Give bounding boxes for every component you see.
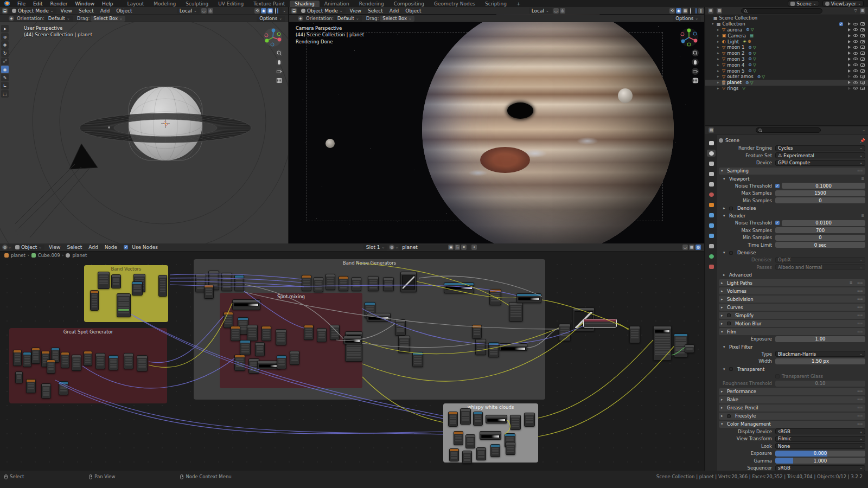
dropdown-denoiser[interactable]: OptiX⌄ xyxy=(775,257,865,263)
outliner-row-moon-4[interactable]: ▸▽moon 4⚙▽ xyxy=(705,62,868,68)
panel-motion-blur[interactable]: ▸Motion Blur══ xyxy=(719,320,865,327)
overlays-toggle-icon[interactable]: ◉ xyxy=(676,8,681,14)
ortho-grid-icon[interactable] xyxy=(276,77,283,84)
gizmos-toggle-icon[interactable]: ⟲ xyxy=(254,8,260,14)
shader-type-dropdown[interactable]: Object⌄ xyxy=(12,245,44,251)
xray-toggle-icon[interactable]: ▩ xyxy=(267,8,273,14)
shading-wireframe-button[interactable] xyxy=(690,8,692,14)
collection-exclude-checkbox[interactable]: ✓ xyxy=(839,22,843,26)
shader-node[interactable] xyxy=(653,326,672,361)
panel-simplify[interactable]: ▸Simplify══ xyxy=(719,312,865,319)
subpanel-transparent[interactable]: ▾Transparent xyxy=(723,366,865,373)
shader-node[interactable] xyxy=(395,319,406,336)
subpanel-viewport[interactable]: ▾Viewport≣ xyxy=(723,176,865,182)
meshdata-icon[interactable]: ▽ xyxy=(753,56,756,61)
outliner-display-mode-icon[interactable]: ☰ xyxy=(708,8,713,14)
panel-checkbox[interactable] xyxy=(729,367,733,371)
transform-pivot-dropdown[interactable]: Local⌄ xyxy=(529,8,552,14)
workspace-tab-animation[interactable]: Animation xyxy=(320,1,354,7)
subpanel-denoise[interactable]: ▸Denoise xyxy=(723,205,865,211)
shader-node-editor[interactable]: Band Noise GeneratorsBand VectorsGreat S… xyxy=(0,243,704,471)
hide-eye-icon[interactable] xyxy=(853,69,858,72)
workspace-tab-texture-paint[interactable]: Texture Paint xyxy=(248,1,290,7)
meshdata-icon[interactable]: ▽ xyxy=(753,68,756,73)
modifier-icon[interactable]: ⚙ xyxy=(748,45,752,50)
shader-node[interactable] xyxy=(460,408,471,425)
menu-render[interactable]: Render xyxy=(47,1,72,7)
properties-tab-tool[interactable] xyxy=(707,139,716,146)
modifier-icon[interactable]: ⚙ xyxy=(757,74,761,79)
shader-node[interactable] xyxy=(132,281,143,296)
pin-icon[interactable]: 📌 xyxy=(860,138,865,143)
menu-node[interactable]: Node xyxy=(101,245,121,250)
slot-dropdown[interactable]: Slot 1⌄ xyxy=(363,245,388,251)
menu-window[interactable]: Window xyxy=(72,1,99,7)
mode-dropdown[interactable]: Object Mode⌄ xyxy=(9,8,56,14)
preset-icon[interactable]: ≣ xyxy=(850,281,853,285)
hide-eye-icon[interactable] xyxy=(853,63,858,66)
render-camera-icon[interactable] xyxy=(860,40,865,43)
shader-node[interactable] xyxy=(412,352,423,367)
selectable-icon[interactable] xyxy=(848,69,851,73)
panel-checkbox[interactable] xyxy=(727,313,731,317)
properties-tab-constraints[interactable] xyxy=(707,242,716,249)
render-camera-icon[interactable] xyxy=(860,69,865,73)
shader-node[interactable] xyxy=(221,273,232,291)
orientation-dropdown[interactable]: Default⌄ xyxy=(46,16,73,22)
shading-wireframe-button[interactable] xyxy=(275,8,277,14)
shader-node[interactable] xyxy=(95,353,105,369)
shader-node[interactable] xyxy=(15,371,23,383)
nodes-icon[interactable]: ⚙ xyxy=(748,39,751,44)
shader-node[interactable] xyxy=(41,383,51,399)
dropdown-passes[interactable]: Albedo and Normal⌄ xyxy=(775,264,865,270)
workspace-tab-sculpting[interactable]: Sculpting xyxy=(181,1,213,7)
camera-view-icon[interactable] xyxy=(692,68,699,75)
preset-icon[interactable]: ≣ xyxy=(861,177,864,181)
shader-node[interactable] xyxy=(314,277,323,292)
snap-magnet-icon[interactable]: ◡ xyxy=(201,8,207,14)
shader-node[interactable] xyxy=(499,343,527,351)
shader-node[interactable] xyxy=(59,381,68,395)
workspace-tab-compositing[interactable]: Compositing xyxy=(389,1,429,7)
panel-checkbox[interactable] xyxy=(729,207,733,210)
meshdata-icon[interactable]: ▽ xyxy=(750,80,754,85)
shader-node[interactable] xyxy=(462,451,472,464)
menu-object[interactable]: Object xyxy=(402,8,424,14)
meshdata-icon[interactable]: ▽ xyxy=(742,86,745,91)
ortho-grid-icon[interactable] xyxy=(692,77,699,84)
scene-selector[interactable]: Scene ⌄ xyxy=(788,1,819,7)
workspace-tab-uv-editing[interactable]: UV Editing xyxy=(213,1,248,7)
shader-node[interactable] xyxy=(47,359,55,374)
shader-node[interactable] xyxy=(476,447,486,460)
panel-freestyle[interactable]: ▸Freestyle══ xyxy=(719,413,865,420)
meshdata-icon[interactable]: ▽ xyxy=(762,74,765,79)
properties-tab-object-data[interactable] xyxy=(707,253,716,260)
panel-grease-pencil[interactable]: ▸Grease Pencil══ xyxy=(719,404,865,412)
blender-logo-icon[interactable] xyxy=(3,1,10,6)
modifier-icon[interactable]: ⚙ xyxy=(746,27,750,32)
menu-object[interactable]: Object xyxy=(113,8,135,14)
shader-node[interactable] xyxy=(247,325,258,341)
selectable-icon[interactable] xyxy=(848,87,851,90)
menu-help[interactable]: Help xyxy=(98,1,117,7)
outliner-row-Light[interactable]: ▸◐Light☀⚙ xyxy=(705,38,868,44)
render-camera-icon[interactable] xyxy=(860,46,865,49)
dropdown-feature-set[interactable]: ⚠Experimental⌄ xyxy=(775,152,865,158)
menu-select[interactable]: Select xyxy=(63,245,85,250)
zoom-icon[interactable] xyxy=(276,49,283,56)
shader-node[interactable] xyxy=(255,342,265,356)
shader-editor-icon[interactable]: ◍ xyxy=(2,245,8,250)
properties-tab-scene[interactable] xyxy=(707,181,716,188)
transform-pivot-dropdown[interactable]: Local⌄ xyxy=(177,8,200,14)
menu-add[interactable]: Add xyxy=(386,8,402,14)
outliner-row-rings[interactable]: ▸▽rings▽ xyxy=(705,86,868,92)
shader-node[interactable] xyxy=(509,302,523,322)
shading-rendered-button[interactable] xyxy=(280,8,282,14)
use-nodes-toggle[interactable]: ✓ Use Nodes xyxy=(124,245,158,250)
material-ball-icon[interactable]: ◍ xyxy=(389,245,394,250)
panel-subdivision[interactable]: ▸Subdivision══ xyxy=(719,296,865,303)
sun-icon[interactable]: ☀ xyxy=(743,39,746,44)
zoom-icon[interactable] xyxy=(692,49,699,56)
subpanel-render[interactable]: ▾Render≣ xyxy=(723,213,865,219)
selectable-icon[interactable] xyxy=(848,28,851,31)
